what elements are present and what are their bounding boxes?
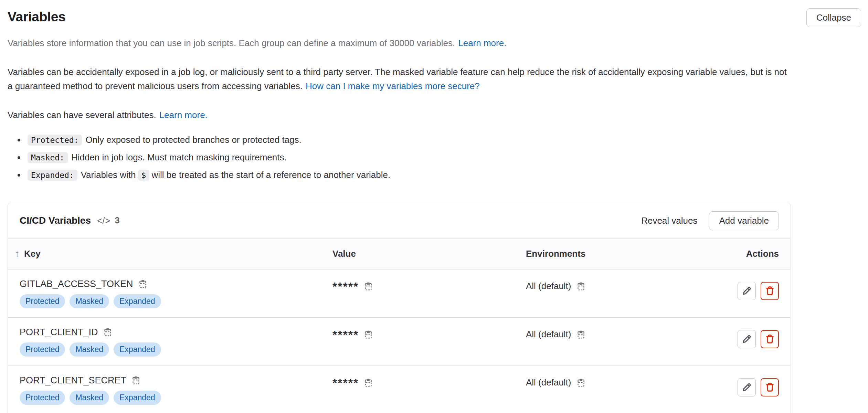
reveal-values-button[interactable]: Reveal values xyxy=(634,211,704,230)
actions-cell xyxy=(732,282,779,300)
variable-key: PORT_CLIENT_SECRET xyxy=(20,373,126,387)
protected-badge: Protected xyxy=(20,391,65,405)
panel-header: CI/CD Variables </> 3 Reveal values Add … xyxy=(8,203,791,239)
learn-more-link[interactable]: Learn more. xyxy=(458,38,506,48)
list-item-expanded: Expanded:Variables with$will be treated … xyxy=(25,167,794,183)
value-cell: ***** xyxy=(332,327,526,342)
list-item-protected: Protected:Only exposed to protected bran… xyxy=(25,132,794,148)
environments-cell: All (default) xyxy=(526,279,732,294)
copy-environments-button[interactable] xyxy=(576,378,585,387)
column-header-value: Value xyxy=(332,247,526,261)
expanded-badge: Expanded xyxy=(114,294,161,308)
actions-cell xyxy=(732,330,779,348)
column-header-key[interactable]: ↑ Key xyxy=(15,246,332,262)
table-row: GITLAB_ACCESS_TOKEN Protected Masked Exp… xyxy=(8,269,791,318)
key-cell: GITLAB_ACCESS_TOKEN Protected Masked Exp… xyxy=(20,277,332,308)
trash-icon xyxy=(765,286,775,296)
masked-value: ***** xyxy=(332,282,359,290)
add-variable-button[interactable]: Add variable xyxy=(709,211,779,230)
section-header: Variables Collapse xyxy=(8,8,861,27)
table-header-row: ↑ Key Value Environments Actions xyxy=(8,239,791,269)
variables-secure-link[interactable]: How can I make my variables more secure? xyxy=(306,81,480,91)
variable-key: GITLAB_ACCESS_TOKEN xyxy=(20,277,133,291)
environments-value: All (default) xyxy=(526,375,571,390)
protected-description: Only exposed to protected branches or pr… xyxy=(85,135,301,145)
pencil-icon xyxy=(742,382,752,392)
column-header-environments: Environments xyxy=(526,247,732,261)
expanded-description-after: will be treated as the start of a refere… xyxy=(151,170,390,180)
panel-title: CI/CD Variables xyxy=(20,213,91,229)
list-item-masked: Masked:Hidden in job logs. Must match ma… xyxy=(25,150,794,165)
pencil-icon xyxy=(742,334,752,344)
attributes-intro-paragraph: Variables can have several attributes.Le… xyxy=(8,108,794,123)
variables-settings-page: Variables Collapse Variables store infor… xyxy=(0,0,868,413)
table-row: PORT_CLIENT_SECRET Protected Masked Expa… xyxy=(8,366,791,413)
collapse-button[interactable]: Collapse xyxy=(806,8,861,27)
masked-code-chip: Masked: xyxy=(28,152,68,163)
expanded-badge: Expanded xyxy=(114,391,161,405)
expanded-code-chip: Expanded: xyxy=(28,170,77,181)
ci-cd-variables-panel: CI/CD Variables </> 3 Reveal values Add … xyxy=(8,203,791,413)
masked-badge: Masked xyxy=(70,391,109,405)
value-cell: ***** xyxy=(332,375,526,390)
attributes-learn-more-link[interactable]: Learn more. xyxy=(159,110,208,120)
page-title: Variables xyxy=(8,8,66,25)
edit-variable-button[interactable] xyxy=(738,282,756,300)
masked-badge: Masked xyxy=(70,342,109,357)
delete-variable-button[interactable] xyxy=(761,330,779,348)
masked-description: Hidden in job logs. Must match masking r… xyxy=(71,152,287,162)
key-header-label: Key xyxy=(24,247,41,261)
pencil-icon xyxy=(742,286,752,296)
copy-value-button[interactable] xyxy=(364,378,373,387)
environments-cell: All (default) xyxy=(526,327,732,342)
copy-key-button[interactable] xyxy=(138,279,147,288)
environments-value: All (default) xyxy=(526,327,571,342)
code-icon: </> xyxy=(97,214,110,227)
copy-value-button[interactable] xyxy=(364,330,373,339)
edit-variable-button[interactable] xyxy=(738,378,756,396)
protected-code-chip: Protected: xyxy=(28,135,82,146)
masked-value: ***** xyxy=(332,330,359,339)
copy-key-button[interactable] xyxy=(131,376,140,385)
trash-icon xyxy=(765,334,775,344)
column-header-actions: Actions xyxy=(732,247,779,261)
copy-environments-button[interactable] xyxy=(576,330,585,339)
key-cell: PORT_CLIENT_ID Protected Masked Expanded xyxy=(20,325,332,357)
expanded-badge: Expanded xyxy=(114,342,161,357)
protected-badge: Protected xyxy=(20,294,65,308)
badge-list: Protected Masked Expanded xyxy=(20,391,332,405)
key-cell: PORT_CLIENT_SECRET Protected Masked Expa… xyxy=(20,373,332,405)
intro-text: Variables store information that you can… xyxy=(8,38,455,48)
table-row: PORT_CLIENT_ID Protected Masked Expanded… xyxy=(8,318,791,366)
value-cell: ***** xyxy=(332,279,526,294)
variable-count-badge: 3 xyxy=(115,213,119,228)
protected-badge: Protected xyxy=(20,342,65,357)
masked-value: ***** xyxy=(332,379,359,387)
attributes-intro-text: Variables can have several attributes. xyxy=(8,110,156,120)
badge-list: Protected Masked Expanded xyxy=(20,342,332,357)
actions-cell xyxy=(732,378,779,396)
environments-cell: All (default) xyxy=(526,375,732,390)
edit-variable-button[interactable] xyxy=(738,330,756,348)
intro-paragraph: Variables store information that you can… xyxy=(8,36,794,51)
variable-key: PORT_CLIENT_ID xyxy=(20,325,98,339)
environments-value: All (default) xyxy=(526,279,571,294)
delete-variable-button[interactable] xyxy=(761,378,779,396)
copy-key-button[interactable] xyxy=(103,328,112,337)
trash-icon xyxy=(765,382,775,392)
copy-environments-button[interactable] xyxy=(576,282,585,291)
copy-value-button[interactable] xyxy=(364,282,373,291)
section-description: Variables store information that you can… xyxy=(8,36,794,182)
warning-paragraph: Variables can be accidentally exposed in… xyxy=(8,65,794,94)
sort-ascending-icon: ↑ xyxy=(15,246,20,262)
expanded-description-before: Variables with xyxy=(81,170,136,180)
masked-badge: Masked xyxy=(70,294,109,308)
dollar-code-chip: $ xyxy=(138,170,150,181)
attributes-list: Protected:Only exposed to protected bran… xyxy=(8,132,794,183)
badge-list: Protected Masked Expanded xyxy=(20,294,332,308)
delete-variable-button[interactable] xyxy=(761,282,779,300)
